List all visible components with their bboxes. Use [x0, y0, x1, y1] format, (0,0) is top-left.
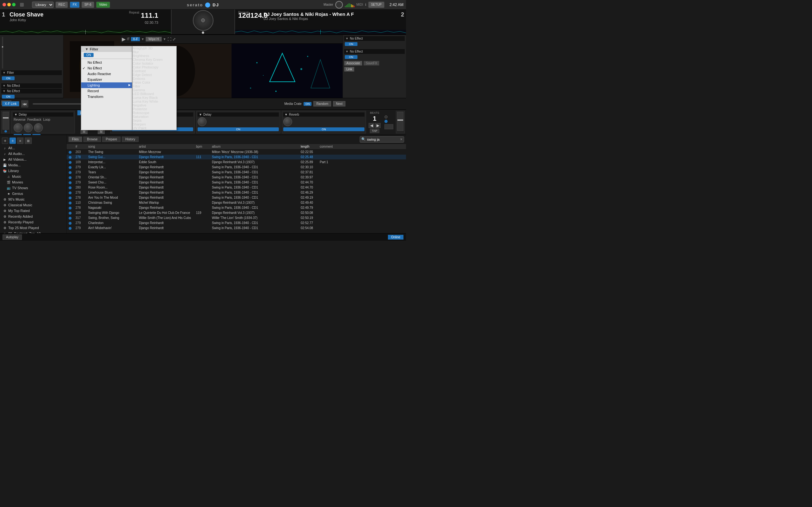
th-num[interactable]: # — [73, 145, 86, 148]
sub-item-emboss[interactable]: Emboss — [133, 77, 176, 80]
library-select[interactable]: Library — [32, 2, 54, 8]
th-comment[interactable]: comment — [318, 145, 406, 148]
dropdown-item-record[interactable]: Record — [81, 88, 132, 94]
table-row[interactable]: ⬤ 109 Swinging With Django Le Quintette … — [67, 210, 406, 216]
sidebar-item-90s-music[interactable]: ⚙ 90's Music — [0, 196, 66, 202]
sidebar-item-recently-added[interactable]: ⚙ Recently Added — [0, 214, 66, 219]
browse-tab[interactable]: Browse — [84, 136, 101, 142]
table-row[interactable]: ⬤ 279 Tears Django Reinhardt Swing in Pa… — [67, 170, 406, 175]
sub-item-color-photocopy[interactable]: Color Photocopy — [133, 65, 176, 69]
dropdown-item-equalizer[interactable]: Equalizer — [81, 77, 132, 82]
search-clear-btn[interactable]: ✕ — [400, 137, 403, 141]
master-knob[interactable] — [335, 1, 343, 9]
table-row[interactable]: ⬤ 278 Are You In The Mood Django Reinhar… — [67, 195, 406, 200]
sidebar-item-movies[interactable]: 🎬 Movies — [0, 179, 66, 185]
platter[interactable] — [193, 10, 213, 31]
sub-item-filter[interactable]: Filter — [133, 84, 176, 88]
sidebar-item-beatport[interactable]: ≡ 00_Beatport_Top_10 — [0, 231, 66, 233]
table-row[interactable]: ⬤ 280 Rose Room... Django Reinhardt Swin… — [67, 185, 406, 190]
delay-knob2[interactable] — [24, 123, 33, 132]
beats-down-btn[interactable]: ◀ — [368, 123, 374, 128]
media-on-btn[interactable]: ON — [304, 102, 312, 106]
sub-item-uv-paint[interactable]: UV Paint — [133, 126, 176, 130]
close-window-btn[interactable] — [3, 3, 6, 6]
th-artist[interactable]: artist — [137, 145, 194, 148]
dropdown-item-lighting[interactable]: Lighting — [81, 82, 132, 88]
files-tab[interactable]: Files — [68, 136, 82, 142]
prepare-tab[interactable]: Prepare — [102, 136, 120, 142]
sidebar-item-top25[interactable]: ⚙ Top 25 Most Played — [0, 225, 66, 231]
sidebar-item-tvshows[interactable]: 📺 TV Shows — [0, 185, 66, 191]
history-tab[interactable]: History — [122, 136, 139, 142]
sub-item-gamma[interactable]: Gamma — [133, 88, 176, 92]
table-row[interactable]: ⬤ 279 Ain't Misbehavin' Django Reinhardt… — [67, 226, 406, 231]
th-album[interactable]: album — [210, 145, 299, 148]
fx-button[interactable]: FX — [70, 2, 80, 8]
setup-button[interactable]: SETUP — [368, 2, 385, 8]
reverb-on-btn[interactable]: ON — [283, 127, 364, 131]
delay-knob1[interactable] — [14, 123, 22, 132]
sub-item-chroma[interactable]: Chroma Key Green — [133, 58, 176, 61]
fx-right-on2-btn[interactable]: ON — [345, 55, 357, 59]
th-song[interactable]: song — [86, 145, 137, 148]
online-btn[interactable]: Online — [388, 235, 403, 239]
sidebar-item-all-videos[interactable]: ▶ All Videos... — [0, 157, 66, 162]
dropdown-item-no-effect1[interactable]: No Effect — [81, 60, 132, 65]
sub-item-edge-detect[interactable]: Edge Detect — [133, 73, 176, 77]
sidebar-item-genius[interactable]: ★ Genius — [0, 191, 66, 196]
table-row[interactable]: ⬤ 279 Exactly Lik... Django Reinhardt Sw… — [67, 165, 406, 170]
table-row[interactable]: ⬤ 278 Limehouse Blues Django Reinhardt S… — [67, 190, 406, 195]
sidebar-item-all-audio[interactable]: ♪ All Audio... — [0, 151, 66, 157]
dropdown-item-transform[interactable]: Transform — [81, 94, 132, 100]
next-btn[interactable]: Next — [333, 101, 345, 107]
prev-track-btn[interactable]: ⏮ — [21, 101, 28, 107]
dropdown-item-audio-reactive[interactable]: Audio Reactive — [81, 71, 132, 77]
sidebar-item-library[interactable]: 📚 Library — [0, 168, 66, 174]
sub-item-color-isolator[interactable]: Color Isolator — [133, 61, 176, 65]
sub-item-rotoscope[interactable]: Rotoscope — [133, 111, 176, 115]
sub-item-anaglyph[interactable]: Anaglyph 3D — [133, 46, 176, 50]
autoplay-btn[interactable]: Autoplay — [3, 234, 22, 240]
table-row[interactable]: ⬤ 278 Nagasaki Django Reinhardt Swing in… — [67, 205, 406, 210]
search-input[interactable] — [367, 137, 399, 141]
sidebar-item-media[interactable]: 💾 Media... — [0, 162, 66, 168]
add-crate-btn[interactable]: + — [2, 137, 8, 144]
table-row[interactable]: ⬤ 279 Charleston Django Reinhardt Swing … — [67, 221, 406, 226]
sub-item-posterize[interactable]: Posterize — [133, 107, 176, 111]
table-row[interactable]: ⬤ 317 Swing, Brother, Swing Willie Smith… — [67, 216, 406, 221]
dropdown-on-btn[interactable]: ON — [84, 53, 94, 57]
fx-noeffect2-on-btn[interactable]: ON — [2, 95, 14, 99]
table-row[interactable]: ⬤ 278 Oriental Sh... Django Reinhardt Sw… — [67, 175, 406, 180]
sub-item-contrast[interactable]: Contrast — [133, 69, 176, 73]
video-button[interactable]: Video — [96, 2, 110, 8]
xf-button[interactable]: X-F — [131, 37, 140, 41]
sub-item-brightness[interactable]: Brightness — [133, 54, 176, 58]
table-row[interactable]: ⬤ 278 Swing Gui... Django Reinhardt 111 … — [67, 155, 406, 160]
sidebar-item-my-top-rated[interactable]: ⚙ My Top Rated — [0, 208, 66, 214]
sub-item-false-color[interactable]: False Color — [133, 80, 176, 84]
sp6-button[interactable]: SP-6 — [82, 2, 94, 8]
sub-item-blur[interactable]: Blur — [133, 50, 176, 54]
th-length[interactable]: length — [299, 145, 318, 148]
list-view-btn[interactable]: ≡ — [17, 137, 23, 144]
table-row[interactable]: ⬤ 203 The Swing Milton Mezzrow Milton 'M… — [67, 150, 406, 155]
delay2-on-btn[interactable]: ON — [198, 127, 279, 131]
sub-item-led-billboard[interactable]: LED Billboard — [133, 92, 176, 96]
minimize-window-btn[interactable] — [7, 3, 11, 6]
fullscreen-icon[interactable]: ⤢ — [172, 37, 176, 42]
tap-btn[interactable]: TAP — [370, 129, 380, 133]
delay2-knob[interactable] — [198, 117, 206, 126]
delay-knob3[interactable] — [34, 123, 43, 132]
savefx-btn[interactable]: SaveFX — [363, 61, 379, 66]
sub-item-luma-black[interactable]: Luma Key Black — [133, 96, 176, 100]
sidebar-item-classical[interactable]: ⚙ Classical Music — [0, 202, 66, 208]
reverb-knob[interactable] — [283, 117, 292, 126]
sidebar-item-recently-played[interactable]: ⚙ Recently Played — [0, 219, 66, 225]
beats-up-btn[interactable]: ▶ — [375, 123, 380, 128]
table-row[interactable]: ⬤ 279 Sweet Cho... Django Reinhardt Swin… — [67, 180, 406, 185]
dropdown-item-no-effect2[interactable]: No Effect — [81, 65, 132, 71]
right-fader[interactable] — [397, 112, 403, 131]
grid-view-btn[interactable]: ⊞ — [25, 137, 32, 144]
th-bpm[interactable]: bpm — [194, 145, 210, 148]
maximize-window-btn[interactable] — [12, 3, 15, 6]
